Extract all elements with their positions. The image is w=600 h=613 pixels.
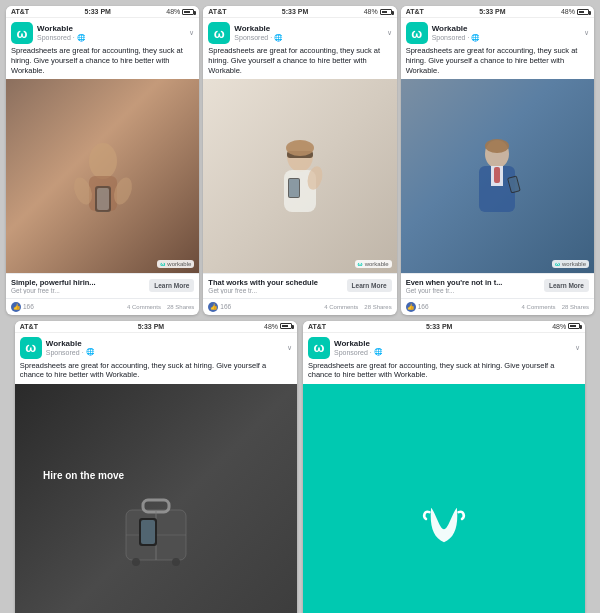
- globe-icon-1: 🌐: [77, 34, 86, 42]
- ad-card-1: AT&T 5:33 PM 48% ω Workable Sponsored · …: [6, 6, 199, 315]
- company-name-4: Workable: [46, 339, 283, 349]
- battery-pct-3: 48%: [561, 8, 575, 15]
- sponsored-label-1: Sponsored · 🌐: [37, 34, 185, 42]
- ad-subtext-2: Get your free tr...: [208, 287, 343, 294]
- ad-headline-1: Simple, powerful hirin...: [11, 278, 146, 287]
- ad-image-inner-3: ω workable: [401, 79, 594, 272]
- watermark-3: ω workable: [552, 260, 589, 268]
- ad-header-text-2: Workable Sponsored · 🌐: [234, 24, 382, 42]
- battery-pct-5: 48%: [552, 323, 566, 330]
- battery-status-2: 48%: [364, 8, 392, 15]
- battery-icon-4: [280, 323, 292, 329]
- workable-logo-1: ω: [11, 22, 33, 44]
- ad-header-text-1: Workable Sponsored · 🌐: [37, 24, 185, 42]
- bottom-row: AT&T 5:33 PM 48% ω Workable Sponsored · …: [6, 321, 594, 613]
- person-svg-2: [260, 136, 340, 216]
- comments-3[interactable]: 4 Comments: [522, 304, 556, 310]
- svg-point-24: [132, 558, 140, 566]
- ad-header-1: ω Workable Sponsored · 🌐 ∨: [6, 18, 199, 46]
- ad-cta-bar-3: Even when you're not in t... Get your fr…: [401, 273, 594, 298]
- ad-subtext-1: Get your free tr...: [11, 287, 146, 294]
- battery-icon-2: [380, 9, 392, 15]
- like-count-1: 👍 166: [11, 302, 34, 312]
- ad-image-5: [303, 384, 585, 613]
- ad-image-bg-4: Hire on the move: [15, 384, 297, 613]
- ad-cta-text-2: That works with your schedule Get your f…: [208, 278, 343, 294]
- ad-body-2: Spreadsheets are great for accounting, t…: [203, 46, 396, 79]
- time-2: 5:33 PM: [282, 8, 308, 15]
- ad-image-inner-5: [303, 384, 585, 613]
- person-svg-3: [457, 136, 537, 216]
- watermark-1: ω workable: [157, 260, 194, 268]
- workable-big-logo: [414, 495, 474, 555]
- like-count-3: 👍 166: [406, 302, 429, 312]
- chevron-icon-3[interactable]: ∨: [584, 29, 589, 37]
- learn-more-btn-1[interactable]: Learn More: [149, 279, 194, 292]
- status-bar-5: AT&T 5:33 PM 48%: [303, 321, 585, 333]
- carrier-5: AT&T: [308, 323, 326, 330]
- svg-rect-17: [494, 167, 500, 183]
- ad-image-2: ω workable: [203, 79, 396, 272]
- carrier-4: AT&T: [20, 323, 38, 330]
- like-number-2: 166: [220, 303, 231, 310]
- svg-point-14: [485, 139, 509, 153]
- ad-header-4: ω Workable Sponsored · 🌐 ∨: [15, 333, 297, 361]
- chevron-icon-2[interactable]: ∨: [387, 29, 392, 37]
- shares-3[interactable]: 28 Shares: [562, 304, 589, 310]
- chevron-icon-5[interactable]: ∨: [575, 344, 580, 352]
- battery-icon-5: [568, 323, 580, 329]
- ad-header-text-5: Workable Sponsored · 🌐: [334, 339, 571, 357]
- ad-card-2: AT&T 5:33 PM 48% ω Workable Sponsored · …: [203, 6, 396, 315]
- carrier-2: AT&T: [208, 8, 226, 15]
- svg-rect-27: [141, 520, 155, 544]
- battery-status-3: 48%: [561, 8, 589, 15]
- svg-point-25: [172, 558, 180, 566]
- ad-headline-3: Even when you're not in t...: [406, 278, 541, 287]
- chevron-icon-1[interactable]: ∨: [189, 29, 194, 37]
- battery-status-1: 48%: [166, 8, 194, 15]
- logo-symbol-5: ω: [314, 341, 325, 354]
- battery-pct-2: 48%: [364, 8, 378, 15]
- status-bar-2: AT&T 5:33 PM 48%: [203, 6, 396, 18]
- svg-rect-11: [289, 179, 299, 197]
- svg-point-0: [89, 143, 117, 179]
- shares-2[interactable]: 28 Shares: [364, 304, 391, 310]
- chevron-icon-4[interactable]: ∨: [287, 344, 292, 352]
- learn-more-btn-2[interactable]: Learn More: [347, 279, 392, 292]
- like-icon-1: 👍: [11, 302, 21, 312]
- ad-image-bg-1: [6, 79, 199, 272]
- shares-1[interactable]: 28 Shares: [167, 304, 194, 310]
- ad-footer-1: 👍 166 4 Comments 28 Shares: [6, 298, 199, 315]
- like-count-2: 👍 166: [208, 302, 231, 312]
- ad-body-4: Spreadsheets are great for accounting, t…: [15, 361, 297, 385]
- workable-logo-5: ω: [308, 337, 330, 359]
- top-row: AT&T 5:33 PM 48% ω Workable Sponsored · …: [6, 6, 594, 315]
- comments-2[interactable]: 4 Comments: [324, 304, 358, 310]
- status-bar-1: AT&T 5:33 PM 48%: [6, 6, 199, 18]
- time-4: 5:33 PM: [138, 323, 164, 330]
- ad-footer-3: 👍 166 4 Comments 28 Shares: [401, 298, 594, 315]
- battery-pct-4: 48%: [264, 323, 278, 330]
- time-5: 5:33 PM: [426, 323, 452, 330]
- ad-header-text-3: Workable Sponsored · 🌐: [432, 24, 580, 42]
- workable-logo-2: ω: [208, 22, 230, 44]
- sponsored-label-4: Sponsored · 🌐: [46, 348, 283, 356]
- comments-1[interactable]: 4 Comments: [127, 304, 161, 310]
- ad-image-inner-2: ω workable: [203, 79, 396, 272]
- logo-symbol-3: ω: [411, 27, 422, 40]
- ad-headline-2: That works with your schedule: [208, 278, 343, 287]
- learn-more-btn-3[interactable]: Learn More: [544, 279, 589, 292]
- carrier-1: AT&T: [11, 8, 29, 15]
- svg-rect-3: [97, 188, 109, 210]
- logo-symbol-2: ω: [214, 27, 225, 40]
- sponsored-label-3: Sponsored · 🌐: [432, 34, 580, 42]
- globe-icon-4: 🌐: [86, 348, 95, 356]
- ad-subtext-3: Get your free tr...: [406, 287, 541, 294]
- ad-image-inner-1: ω workable: [6, 79, 199, 272]
- ad-cta-bar-1: Simple, powerful hirin... Get your free …: [6, 273, 199, 298]
- ad-cta-text-1: Simple, powerful hirin... Get your free …: [11, 278, 146, 294]
- ad-cta-text-3: Even when you're not in t... Get your fr…: [406, 278, 541, 294]
- like-number-1: 166: [23, 303, 34, 310]
- logo-symbol-4: ω: [25, 341, 36, 354]
- battery-status-5: 48%: [552, 323, 580, 330]
